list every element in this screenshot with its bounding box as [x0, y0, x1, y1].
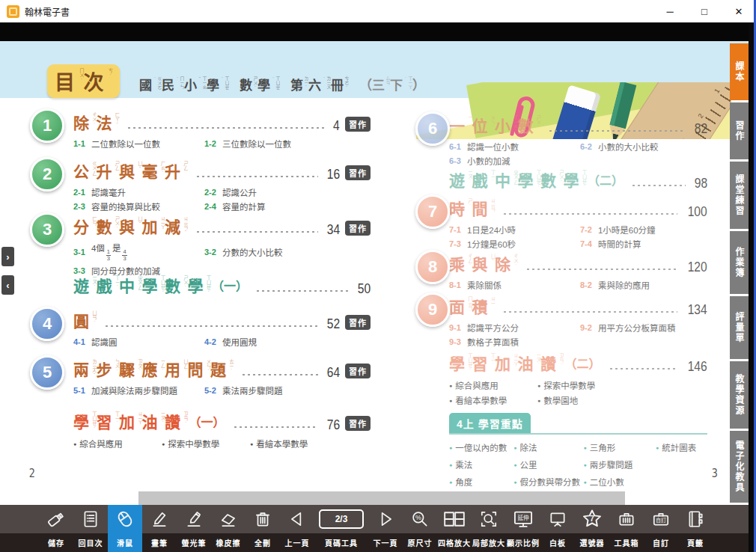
workbook-badge[interactable]: 習作: [345, 117, 371, 132]
title-character: 題ㄊㄧˊ: [210, 358, 234, 380]
chapter-title-row[interactable]: 公ㄍㄨㄥ升ㄕㄥ與ㄩˇ毫ㄏㄠˊ升ㄕㄥ16習作: [73, 159, 371, 182]
toc-subitem[interactable]: 8-2乘與除的應用: [580, 279, 707, 291]
toc-subitem[interactable]: 9-2用平方公分板算面積: [580, 322, 707, 334]
sidebar-tab-1[interactable]: 課本: [730, 43, 749, 100]
chapter-title-row[interactable]: 除ㄔㄨˊ法ㄈㄚˇ4習作: [73, 111, 371, 133]
toc-subitem[interactable]: 4-1認識圓: [73, 336, 204, 348]
toolbar-button-畫筆[interactable]: 畫筆: [142, 505, 177, 552]
workbook-badge[interactable]: 習作: [345, 364, 371, 378]
chapter-title-row[interactable]: 乘ㄔㄥˊ與ㄩˇ除ㄔㄨˊ120: [449, 252, 707, 275]
toc-entry[interactable]: 遊ㄧㄡˊ戲ㄒㄧˋ中ㄓㄨㄥ學ㄒㄩㄝˊ數ㄕㄨˋ學ㄒㄩㄝˊ（二）98: [415, 168, 707, 191]
toc-entry[interactable]: 學ㄒㄩㄝˊ習ㄒㄧˊ加ㄐㄧㄚ油ㄧㄡˊ讚ㄗㄢˋ（一）76習作綜合與應用探索中學數學看…: [30, 410, 371, 453]
toc-subitem[interactable]: 1-1二位數除以一位數: [73, 138, 204, 150]
panel-collapse-arrow[interactable]: ‹: [1, 275, 14, 295]
chapter-title-row[interactable]: 圓ㄩㄢˊ52習作: [73, 309, 371, 331]
toolbar-button-上一頁[interactable]: 上一頁: [280, 505, 314, 552]
toolbar-button-白板[interactable]: 白板: [540, 505, 575, 552]
learning-highlights[interactable]: 4上 學習重點一億以內的數乘法角度除法公里假分數與帶分數三角形兩步驟問題二位小數…: [415, 413, 707, 488]
toolbar-button-label: 白板: [549, 533, 566, 552]
toc-entry[interactable]: 學ㄒㄩㄝˊ習ㄒㄧˊ加ㄐㄧㄚ油ㄧㄡˊ讚ㄗㄢˋ（二）146綜合與應用探索中學數學看繪…: [415, 352, 707, 409]
toc-entry[interactable]: 2公ㄍㄨㄥ升ㄕㄥ與ㄩˇ毫ㄏㄠˊ升ㄕㄥ16習作2-1認識毫升2-2認識公升2-3容…: [30, 159, 371, 212]
feature-bullets: 綜合與應用探索中學數學看繪本學數學數學園地: [449, 379, 707, 409]
toolbar-button-局部放大[interactable]: 局部放大: [472, 505, 506, 552]
subitem-number: 2-3: [73, 202, 85, 211]
zhuyin-annotation: ㄒㄧˋ: [490, 170, 496, 184]
feature-title-row[interactable]: 遊ㄧㄡˊ戲ㄒㄧˋ中ㄓㄨㄥ學ㄒㄩㄝˊ數ㄕㄨˋ學ㄒㄩㄝˊ（二）98: [449, 168, 707, 191]
toolbar-button-橡皮擦[interactable]: 橡皮擦: [211, 505, 246, 552]
toc-entry[interactable]: 3分ㄈㄣ數ㄕㄨˋ與ㄩˇ加ㄐㄧㄚ減ㄐㄧㄢˇ34習作3-14個13是433-2分數的…: [30, 215, 371, 277]
subitem-number: 2-4: [204, 202, 216, 211]
workbook-badge[interactable]: 習作: [345, 315, 371, 330]
toc-entry[interactable]: 9面ㄇㄧㄢˋ積ㄐㄧ1349-1認識平方公分9-2用平方公分板算面積9-3數格子算…: [415, 295, 707, 348]
toc-subitem[interactable]: 2-2認識公升: [204, 186, 371, 198]
zhuyin-annotation: ㄅㄨˋ: [115, 359, 120, 374]
workbook-badge[interactable]: 習作: [345, 416, 371, 431]
panel-expand-arrow[interactable]: ›: [1, 247, 14, 266]
toc-subitem[interactable]: 6-2小數的大小比較: [580, 141, 707, 153]
chapter-title-row[interactable]: 時ㄕˊ間ㄐㄧㄢ100: [449, 197, 707, 219]
toc-subitem[interactable]: 5-1加減與除法兩步驟問題: [73, 384, 204, 396]
highlights-item: 二位小數: [583, 476, 656, 488]
toc-subitem[interactable]: 4-2使用圓規: [204, 336, 371, 348]
title-character: 讚ㄗㄢˋ: [165, 410, 188, 432]
toc-entry[interactable]: 7時ㄕˊ間ㄐㄧㄢ1007-11日是24小時7-21小時是60分鐘7-31分鐘是6…: [415, 197, 707, 250]
toolbar-button-工具箱[interactable]: 工具箱: [609, 505, 644, 552]
toc-subitem[interactable]: 2-4容量的計算: [204, 200, 371, 212]
toolbar-button-回目次[interactable]: 回目次: [73, 505, 108, 552]
workbook-badge[interactable]: 習作: [345, 165, 371, 180]
toc-subitem[interactable]: 3-14個13是43: [73, 242, 204, 263]
chapter-title-row[interactable]: 兩ㄌㄧㄤˇ步ㄅㄨˋ驟ㄗㄡˋ應ㄧㄥˋ用ㄩㄥˋ問ㄨㄣˋ題ㄊㄧˊ64習作: [73, 358, 371, 380]
sidebar-tab-3[interactable]: 課堂練習: [730, 162, 749, 229]
toc-subitem[interactable]: 5-2乘法兩步驟問題: [204, 384, 371, 396]
sidebar-tab-5[interactable]: 評量單: [730, 296, 749, 359]
toc-subitem[interactable]: 6-3小數的加減: [449, 155, 580, 167]
toc-subitem[interactable]: 7-31分鐘是60秒: [449, 238, 580, 250]
toc-entry[interactable]: 5兩ㄌㄧㄤˇ步ㄅㄨˋ驟ㄗㄡˋ應ㄧㄥˋ用ㄩㄥˋ問ㄨㄣˋ題ㄊㄧˊ64習作5-1加減與…: [30, 358, 371, 396]
toc-subitem[interactable]: 7-11日是24小時: [449, 224, 580, 236]
sidebar-tab-7[interactable]: 電子化教具: [730, 431, 749, 503]
chapter-title-row[interactable]: 一ㄧ位ㄨㄟˋ小ㄒㄧㄠˇ數ㄕㄨˋ82: [449, 114, 707, 136]
toolbar-button-原尺寸[interactable]: %原尺寸: [403, 505, 437, 552]
toolbar-button-四格放大[interactable]: 四格放大: [437, 505, 472, 552]
toc-subitem[interactable]: 7-4時間的計算: [580, 238, 707, 250]
sidebar-tab-4[interactable]: 作業簿: [730, 231, 749, 294]
title-character: 毫ㄏㄠˊ: [142, 159, 165, 182]
toc-subitem[interactable]: 6-1認識一位小數: [449, 141, 580, 153]
title-character: 習ㄒㄧˊ: [472, 352, 496, 374]
horizontal-scrollbar[interactable]: [138, 491, 625, 505]
toolbar-button-全刪[interactable]: 全刪: [246, 505, 280, 552]
toc-subitem[interactable]: 9-3數格子算面積: [449, 336, 580, 348]
toc-subitem[interactable]: 3-2分數的大小比較: [204, 242, 371, 263]
toc-entry[interactable]: 6一ㄧ位ㄨㄟˋ小ㄒㄧㄠˇ數ㄕㄨˋ826-1認識一位小數6-2小數的大小比較6-3…: [415, 114, 707, 167]
chapter-title-row[interactable]: 分ㄈㄣ數ㄕㄨˋ與ㄩˇ加ㄐㄧㄚ減ㄐㄧㄢˇ34習作: [73, 215, 371, 237]
toolbar-button-滑鼠[interactable]: 滑鼠: [108, 505, 142, 552]
toc-subitem[interactable]: 2-1認識毫升: [73, 186, 204, 198]
feature-title-row[interactable]: 遊ㄧㄡˊ戲ㄒㄧˋ中ㄓㄨㄥ學ㄒㄩㄝˊ數ㄕㄨˋ學ㄒㄩㄝˊ（一）50: [73, 274, 371, 296]
toolbar-button-儲存[interactable]: 儲存: [39, 505, 73, 552]
toolbar-button-下一頁[interactable]: 下一頁: [368, 505, 403, 552]
chapter-title-row[interactable]: 面ㄇㄧㄢˋ積ㄐㄧ134: [449, 295, 707, 317]
toolbar-button-自訂[interactable]: 自訂自訂: [644, 505, 678, 552]
toolbar-button-螢光筆[interactable]: 螢光筆: [177, 505, 211, 552]
toolbar-button-顯示比例[interactable]: 延伸顯示比例: [506, 505, 540, 552]
toc-entry[interactable]: 遊ㄧㄡˊ戲ㄒㄧˋ中ㄓㄨㄥ學ㄒㄩㄝˊ數ㄕㄨˋ學ㄒㄩㄝˊ（一）50: [30, 274, 371, 296]
sidebar-tab-2[interactable]: 習作: [730, 102, 749, 159]
workbook-badge[interactable]: 習作: [345, 221, 371, 236]
minimize-button[interactable]: ─: [653, 0, 687, 22]
toc-subitem[interactable]: 2-3容量的換算與比較: [73, 200, 204, 212]
toolbar-button-選號器[interactable]: 7選號器: [575, 505, 609, 552]
maximize-button[interactable]: □: [687, 0, 722, 22]
feature-title-row[interactable]: 學ㄒㄩㄝˊ習ㄒㄧˊ加ㄐㄧㄚ油ㄧㄡˊ讚ㄗㄢˋ（二）146: [449, 352, 707, 374]
toc-entry[interactable]: 4圓ㄩㄢˊ52習作4-1認識圓4-2使用圓規: [30, 309, 371, 348]
toc-entry[interactable]: 8乘ㄔㄥˊ與ㄩˇ除ㄔㄨˊ1208-1乘除關係8-2乘與除的應用: [415, 252, 707, 291]
toolbar-button-頁碼工具[interactable]: 2/3頁碼工具: [314, 505, 368, 552]
toc-subitem[interactable]: 8-1乘除關係: [449, 279, 580, 291]
toc-entry[interactable]: 1除ㄔㄨˊ法ㄈㄚˇ4習作1-1二位數除以一位數1-2三位數除以一位數: [30, 111, 371, 150]
toc-subitem[interactable]: 9-1認識平方公分: [449, 322, 580, 334]
toc-subitem[interactable]: 1-2三位數除以一位數: [204, 138, 371, 150]
close-button[interactable]: ✕: [722, 0, 756, 22]
toc-subitem[interactable]: 7-21小時是60分鐘: [580, 224, 707, 236]
sidebar-tab-6[interactable]: 教學資源: [730, 361, 749, 429]
feature-title-row[interactable]: 學ㄒㄩㄝˊ習ㄒㄧˊ加ㄐㄧㄚ油ㄧㄡˊ讚ㄗㄢˋ（一）76習作: [73, 410, 371, 432]
toolbar-button-頁籤[interactable]: 頁籤: [678, 505, 713, 552]
